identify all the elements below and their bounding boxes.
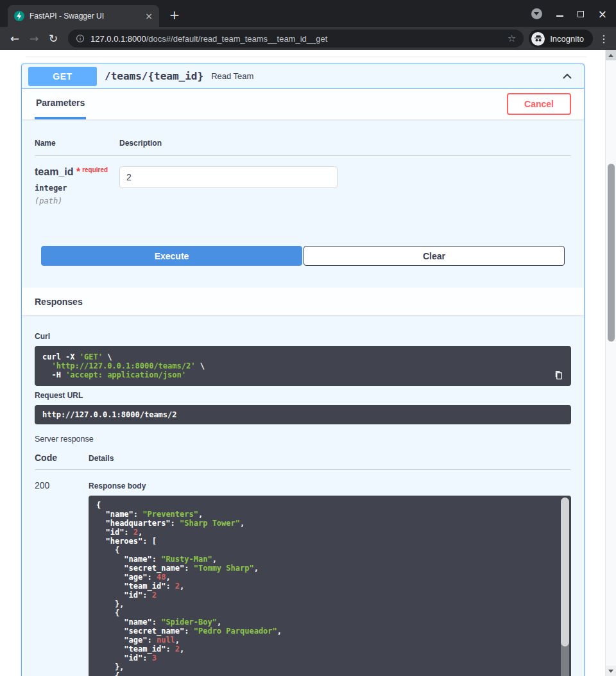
forward-icon[interactable]: → <box>24 32 44 45</box>
new-tab-button[interactable]: + <box>167 7 182 22</box>
scroll-up-icon[interactable] <box>606 50 616 60</box>
execute-button[interactable]: Execute <box>41 246 302 266</box>
fastapi-favicon <box>14 11 24 21</box>
parameters-table: Name Description team_id *required integ… <box>22 119 584 205</box>
opblock-summary[interactable]: GET /teams/{team_id} Read Team <box>22 64 584 89</box>
minimize-icon[interactable] <box>556 15 563 17</box>
parameter-location: (path) <box>35 196 119 205</box>
site-info-icon[interactable] <box>76 34 85 43</box>
incognito-badge: Incognito <box>529 30 593 48</box>
incognito-label: Incognito <box>550 34 584 44</box>
tab-close-icon[interactable]: × <box>144 11 154 21</box>
curl-command-block: curl -X 'GET' \ 'http://127.0.0.1:8000/t… <box>35 346 571 386</box>
details-column-header: Details <box>89 454 114 463</box>
endpoint-path: /teams/{team_id} <box>105 70 203 82</box>
opblock-get-team: GET /teams/{team_id} Read Team Parameter… <box>21 64 585 676</box>
parameters-header: Parameters Cancel <box>22 89 584 119</box>
browser-tab[interactable]: FastAPI - Swagger UI × <box>8 5 159 27</box>
cancel-button[interactable]: Cancel <box>507 93 571 115</box>
tab-search-icon[interactable] <box>531 8 542 19</box>
section-divider <box>26 56 586 57</box>
response-body-block: { "name": "Preventers", "headquarters": … <box>89 496 571 676</box>
tab-parameters[interactable]: Parameters <box>35 89 86 119</box>
parameter-name: team_id *required <box>35 166 119 178</box>
responses-header: Responses <box>22 288 584 315</box>
url-path: /docs#/default/read_team_teams__team_id_… <box>146 34 328 44</box>
browser-menu-icon[interactable]: ⋮ <box>597 33 611 45</box>
clear-button[interactable]: Clear <box>304 246 565 266</box>
bookmark-star-icon[interactable]: ☆ <box>508 33 516 44</box>
status-code: 200 <box>35 480 89 676</box>
name-column-header: Name <box>35 139 119 148</box>
address-bar[interactable]: 127.0.0.1:8000/docs#/default/read_team_t… <box>68 30 524 48</box>
browser-chrome: FastAPI - Swagger UI × + × ← → ↻ 127.0.0… <box>0 0 616 50</box>
param-value-input[interactable] <box>119 166 338 188</box>
required-label: required <box>82 166 108 173</box>
response-row: 200 Response body { "name": "Preventers"… <box>35 480 571 676</box>
response-scrollbar[interactable] <box>561 498 569 676</box>
server-response-label: Server response <box>35 435 571 444</box>
description-column-header: Description <box>119 139 162 148</box>
required-star: * <box>76 166 80 177</box>
responses-title: Responses <box>35 297 83 307</box>
request-url-label: Request URL <box>35 391 571 400</box>
response-body-json: { "name": "Preventers", "headquarters": … <box>96 501 554 676</box>
copy-icon[interactable] <box>552 368 565 381</box>
back-icon[interactable]: ← <box>5 32 24 45</box>
curl-command: curl -X 'GET' \ 'http://127.0.0.1:8000/t… <box>42 352 549 379</box>
swagger-page: GET /teams/{team_id} Read Team Parameter… <box>0 50 616 676</box>
responses-body: Curl curl -X 'GET' \ 'http://127.0.0.1:8… <box>22 315 584 676</box>
endpoint-summary: Read Team <box>211 71 253 81</box>
collapse-chevron-icon[interactable] <box>561 70 574 83</box>
parameter-type: integer <box>35 184 119 193</box>
page-scrollbar-thumb[interactable] <box>608 164 615 342</box>
request-url-value: http://127.0.0.1:8000/teams/2 <box>35 405 571 424</box>
incognito-icon <box>531 32 545 46</box>
scroll-down-icon[interactable] <box>606 666 616 676</box>
response-body-label: Response body <box>89 481 571 490</box>
url-text: 127.0.0.1:8000/docs#/default/read_team_t… <box>90 34 502 44</box>
tab-title: FastAPI - Swagger UI <box>30 12 144 21</box>
parameter-row: team_id *required integer (path) <box>35 156 571 205</box>
code-column-header: Code <box>35 453 89 463</box>
tab-bar: FastAPI - Swagger UI × + × <box>0 0 616 27</box>
reload-icon[interactable]: ↻ <box>44 32 63 45</box>
url-host: 127.0.0.1:8000 <box>90 34 146 44</box>
curl-label: Curl <box>35 332 571 341</box>
browser-toolbar: ← → ↻ 127.0.0.1:8000/docs#/default/read_… <box>0 27 616 50</box>
page-scrollbar[interactable] <box>605 50 616 676</box>
response-scrollbar-thumb[interactable] <box>561 498 569 646</box>
maximize-icon[interactable] <box>578 11 584 17</box>
method-badge: GET <box>28 67 97 86</box>
close-icon[interactable]: × <box>598 10 607 19</box>
